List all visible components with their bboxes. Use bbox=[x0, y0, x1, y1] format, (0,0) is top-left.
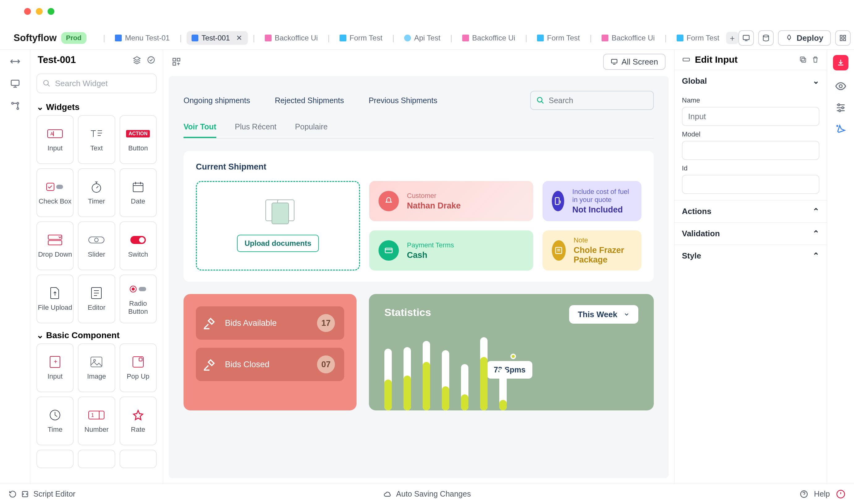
widget-search-input[interactable]: Search Widget bbox=[36, 73, 157, 93]
filter-plus-recent[interactable]: Plus Récent bbox=[235, 122, 277, 138]
status-bar: Script Editor Auto Saving Changes Help bbox=[0, 484, 854, 504]
bids-available-row[interactable]: Bids Available17 bbox=[196, 306, 344, 340]
name-input[interactable]: Input bbox=[682, 107, 819, 126]
basic-empty-1[interactable] bbox=[36, 450, 73, 468]
chart-bar[interactable] bbox=[384, 349, 392, 410]
chart-bar[interactable] bbox=[423, 341, 430, 410]
upload-documents-zone[interactable]: Upload documents bbox=[196, 181, 360, 271]
widget-button[interactable]: ACTIONButton bbox=[120, 115, 157, 164]
mac-zoom-icon[interactable] bbox=[48, 8, 54, 15]
script-icon[interactable] bbox=[21, 490, 29, 498]
add-block-icon[interactable] bbox=[172, 57, 181, 67]
svg-rect-34 bbox=[139, 358, 142, 361]
widget-input[interactable]: AInput bbox=[36, 115, 73, 164]
tab-ongoing-shipments[interactable]: Ongoing shipments bbox=[183, 96, 250, 105]
id-input[interactable] bbox=[682, 175, 819, 194]
layers-icon[interactable] bbox=[132, 56, 141, 64]
widget-timer[interactable]: Timer bbox=[78, 168, 115, 217]
section-actions-header[interactable]: Actions⌃ bbox=[675, 200, 827, 222]
tab-menu-test-01[interactable]: Menu Test-01 bbox=[110, 31, 175, 45]
widget-radio[interactable]: Radio Button bbox=[120, 274, 157, 323]
section-validation-header[interactable]: Validation⌃ bbox=[675, 223, 827, 245]
canvas-area: All Screen Ongoing shipments Rejected Sh… bbox=[163, 49, 674, 484]
tab-form-test-2[interactable]: Form Test bbox=[532, 31, 585, 45]
mac-close-icon[interactable] bbox=[24, 8, 31, 15]
copy-icon[interactable] bbox=[799, 56, 807, 64]
basic-input[interactable]: +Input bbox=[36, 343, 73, 392]
tab-form-test-3[interactable]: Form Test bbox=[672, 31, 724, 45]
fuel-card[interactable]: Include cost of fuel in your quoteNot In… bbox=[542, 181, 641, 221]
svg-rect-18 bbox=[133, 183, 143, 192]
tab-api-test[interactable]: Api Test bbox=[399, 31, 445, 45]
sliders-icon[interactable] bbox=[835, 102, 847, 114]
chart-bar[interactable] bbox=[499, 368, 507, 411]
model-input[interactable] bbox=[682, 141, 819, 160]
mac-minimize-icon[interactable] bbox=[36, 8, 43, 15]
payment-card[interactable]: Payment TermsCash bbox=[369, 230, 533, 271]
history-icon[interactable] bbox=[8, 490, 17, 498]
save-button[interactable] bbox=[833, 55, 849, 70]
tab-backoffice-ui-1[interactable]: Backoffice Ui bbox=[260, 31, 323, 45]
help-link[interactable]: Help bbox=[814, 489, 830, 499]
monitor-icon[interactable] bbox=[10, 78, 20, 89]
eye-icon[interactable] bbox=[835, 80, 847, 92]
database-button[interactable] bbox=[758, 30, 774, 46]
basic-time[interactable]: Time bbox=[36, 397, 73, 445]
customer-card[interactable]: CustomerNathan Drake bbox=[369, 181, 533, 221]
group-widgets-header[interactable]: ⌄Widgets bbox=[36, 102, 157, 112]
upload-button[interactable]: Upload documents bbox=[237, 235, 319, 252]
deploy-button[interactable]: Deploy bbox=[778, 30, 831, 46]
basic-number[interactable]: 1Number bbox=[78, 397, 115, 445]
basic-popup[interactable]: Pop Up bbox=[120, 343, 157, 392]
widget-text[interactable]: Text bbox=[78, 115, 115, 164]
tab-form-test-1[interactable]: Form Test bbox=[335, 31, 387, 45]
bids-closed-row[interactable]: Bids Closed07 bbox=[196, 348, 344, 381]
script-editor-link[interactable]: Script Editor bbox=[33, 489, 75, 499]
widget-dropdown[interactable]: Drop Down bbox=[36, 221, 73, 270]
tab-backoffice-ui-3[interactable]: Backoffice Ui bbox=[597, 31, 660, 45]
widget-switch[interactable]: Switch bbox=[120, 221, 157, 270]
filter-voir-tout[interactable]: Voir Tout bbox=[183, 122, 216, 138]
widget-file-upload[interactable]: File Upload bbox=[36, 274, 73, 323]
week-selector[interactable]: This Week bbox=[569, 305, 638, 324]
section-global-header[interactable]: Global⌄ bbox=[675, 70, 827, 92]
tree-icon[interactable] bbox=[10, 101, 20, 111]
svg-rect-5 bbox=[843, 39, 846, 41]
all-screen-button[interactable]: All Screen bbox=[603, 54, 666, 70]
chart-bar[interactable] bbox=[404, 347, 411, 410]
desktop-icon bbox=[610, 58, 618, 66]
tab-backoffice-ui-2[interactable]: Backoffice Ui bbox=[457, 31, 520, 45]
chart-bar[interactable] bbox=[480, 337, 487, 411]
autosave-text: Auto Saving Changes bbox=[396, 489, 471, 499]
cursor-click-icon[interactable] bbox=[835, 124, 847, 135]
help-icon[interactable] bbox=[800, 490, 808, 498]
chart-bar[interactable] bbox=[442, 350, 449, 410]
trash-icon[interactable] bbox=[811, 56, 819, 64]
check-circle-icon[interactable] bbox=[147, 56, 156, 64]
tab-previous-shipments[interactable]: Previous Shipments bbox=[369, 96, 437, 105]
close-tab-icon[interactable]: ✕ bbox=[235, 34, 243, 42]
tab-rejected-shipments[interactable]: Rejected Shipments bbox=[275, 96, 344, 105]
widget-editor[interactable]: Editor bbox=[78, 274, 115, 323]
basic-empty-3[interactable] bbox=[120, 450, 157, 468]
chart-bar[interactable] bbox=[461, 364, 468, 410]
shipment-search-input[interactable]: Search bbox=[530, 91, 654, 110]
basic-rate[interactable]: Rate bbox=[120, 397, 157, 445]
settings-button[interactable] bbox=[835, 30, 851, 46]
widget-slider[interactable]: Slider bbox=[78, 221, 115, 270]
tab-test-001[interactable]: Test-001✕ bbox=[186, 31, 248, 45]
filter-populaire[interactable]: Populaire bbox=[295, 122, 328, 138]
widget-checkbox[interactable]: Check Box bbox=[36, 168, 73, 217]
basic-image[interactable]: Image bbox=[78, 343, 115, 392]
expand-horizontal-icon[interactable] bbox=[10, 56, 20, 67]
preview-button[interactable] bbox=[739, 30, 754, 46]
add-tab-button[interactable]: ＋ bbox=[726, 32, 739, 44]
shipment-tabs: Ongoing shipments Rejected Shipments Pre… bbox=[183, 91, 654, 110]
widget-date[interactable]: Date bbox=[120, 168, 157, 217]
database-icon bbox=[762, 34, 770, 42]
power-icon[interactable] bbox=[836, 489, 846, 499]
section-style-header[interactable]: Style⌃ bbox=[675, 245, 827, 267]
basic-empty-2[interactable] bbox=[78, 450, 115, 468]
group-basic-header[interactable]: ⌄Basic Component bbox=[36, 330, 157, 340]
note-card[interactable]: NoteChole Frazer Package bbox=[542, 230, 641, 271]
